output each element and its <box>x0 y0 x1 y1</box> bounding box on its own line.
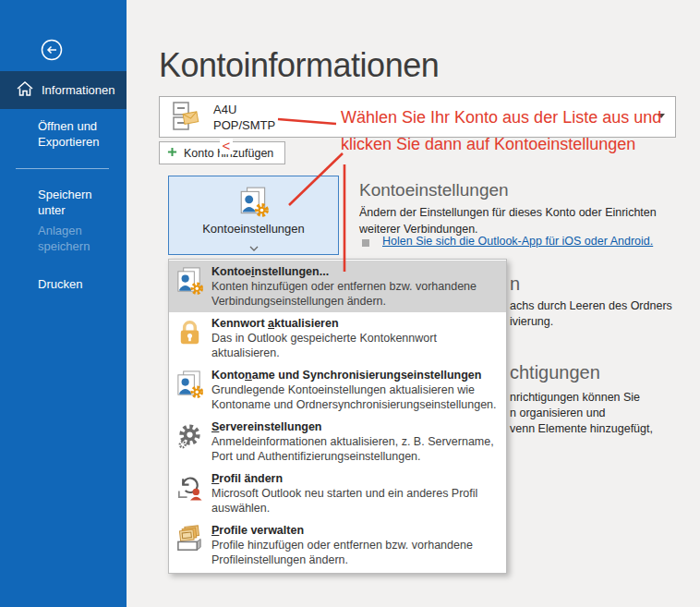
square-bullet-icon <box>362 239 369 247</box>
sidebar-item-anlagen-speichern: Anlagen speichern <box>38 223 108 254</box>
bg-fragment-text-2: ivierung. <box>510 315 553 328</box>
home-icon <box>17 81 33 99</box>
menu-item-description: Konten hinzufügen oder entfernen bzw. vo… <box>211 280 499 309</box>
plus-icon <box>167 147 177 160</box>
menu-item-kontoeinstellungen[interactable]: Kontoeinstellungen...Konten hinzufügen o… <box>169 261 506 312</box>
menu-item-title: Kennwort aktualisieren <box>211 317 499 330</box>
menu-item-description: Das in Outlook gespeicherte Kontokennwor… <box>211 332 499 360</box>
sidebar-divider <box>16 168 109 169</box>
account-settings-icon <box>175 369 211 412</box>
server-gear-icon <box>175 420 211 464</box>
bg-fragment-text-4: n organisieren und <box>510 407 606 419</box>
menu-item-kennwort-aktualisieren[interactable]: Kennwort aktualisierenDas in Outlook ges… <box>169 312 506 364</box>
menu-item-description: Profile hinzufügen oder entfernen bzw. v… <box>211 539 499 567</box>
account-settings-icon <box>237 186 271 219</box>
menu-item-text: ServereinstellungenAnmeldeinformationen … <box>211 420 499 464</box>
account-list-icon <box>167 100 202 135</box>
account-settings-icon <box>175 265 211 309</box>
back-icon <box>41 48 63 64</box>
account-settings-button[interactable]: Kontoeinstellungen <box>168 176 339 255</box>
bg-fragment-heading-2: chtigungen <box>510 362 600 383</box>
menu-item-profile-verwalten[interactable]: Profile verwaltenProfile hinzufügen oder… <box>169 519 506 571</box>
menu-item-title: Profil ändern <box>211 472 499 485</box>
annotation-arrowhead: < <box>220 139 233 154</box>
menu-item-description: Grundlegende Kontoeinstellungen aktualis… <box>211 383 499 412</box>
bg-fragment-text-1: achs durch Leeren des Ordners <box>510 299 672 312</box>
annotation-text-line1: Wählen Sie Ihr Konto aus der Liste aus u… <box>341 108 661 127</box>
annotation-text-line2: klicken Sie dann auf Kontoeinstellungen <box>341 135 635 154</box>
bg-fragment-text-5: venn Elemente hinzugefügt, <box>510 422 653 435</box>
backstage-sidebar: Informationen Öffnen und Exportieren Spe… <box>0 0 127 607</box>
profiles-drawer-icon <box>175 524 211 567</box>
menu-item-description: Anmeldeinformationen aktualisieren, z. B… <box>211 435 499 464</box>
bg-fragment-heading-1: n <box>510 273 520 295</box>
sidebar-item-speichern-unter[interactable]: Speichern unter <box>38 187 115 218</box>
menu-item-text: Kontoeinstellungen...Konten hinzufügen o… <box>211 265 499 309</box>
selected-account: A4U POP/SMTP <box>213 102 275 133</box>
sidebar-item-informationen[interactable]: Informationen <box>0 71 127 109</box>
page-title: Kontoinformationen <box>159 46 439 85</box>
lock-icon <box>175 317 211 360</box>
outlook-backstage: Informationen Öffnen und Exportieren Spe… <box>0 0 700 607</box>
menu-item-kontoname-und-synchronisierungseinstellungen[interactable]: Kontoname und Synchronisierungseinstellu… <box>169 364 506 416</box>
account-name: A4U <box>213 102 275 117</box>
refresh-profile-icon <box>175 472 211 516</box>
menu-item-title: Servereinstellungen <box>211 420 499 433</box>
sidebar-item-drucken[interactable]: Drucken <box>38 276 115 292</box>
section-heading-kontoeinstellungen: Kontoeinstellungen <box>359 180 509 200</box>
menu-item-title: Kontoname und Synchronisierungseinstellu… <box>211 369 499 382</box>
menu-item-text: Kennwort aktualisierenDas in Outlook ges… <box>211 317 499 360</box>
account-settings-label: Kontoeinstellungen <box>169 222 338 236</box>
menu-item-text: Profile verwaltenProfile hinzufügen oder… <box>211 524 499 567</box>
menu-item-description: Microsoft Outlook neu starten und ein an… <box>211 487 499 516</box>
section-description: Ändern der Einstellungen für dieses Kont… <box>359 205 688 237</box>
menu-item-profil-aendern[interactable]: Profil ändernMicrosoft Outlook neu start… <box>169 467 506 519</box>
account-type: POP/SMTP <box>213 117 275 133</box>
sidebar-item-oeffnen-und-exportieren[interactable]: Öffnen und Exportieren <box>38 118 115 150</box>
menu-item-title: Profile verwalten <box>211 524 499 537</box>
outlook-app-link[interactable]: Holen Sie sich die Outlook-App für iOS o… <box>382 235 653 248</box>
account-settings-menu: Kontoeinstellungen...Konten hinzufügen o… <box>168 259 507 574</box>
sidebar-item-label: Informationen <box>42 83 115 97</box>
menu-item-title: Kontoeinstellungen... <box>211 265 499 278</box>
bg-fragment-text-3: nrichtigungen können Sie <box>510 391 640 404</box>
menu-item-text: Kontoname und Synchronisierungseinstellu… <box>211 369 499 412</box>
menu-item-text: Profil ändernMicrosoft Outlook neu start… <box>211 472 499 516</box>
chevron-down-icon <box>249 238 259 244</box>
back-button[interactable] <box>41 39 63 61</box>
menu-item-servereinstellungen[interactable]: ServereinstellungenAnmeldeinformationen … <box>169 416 506 467</box>
